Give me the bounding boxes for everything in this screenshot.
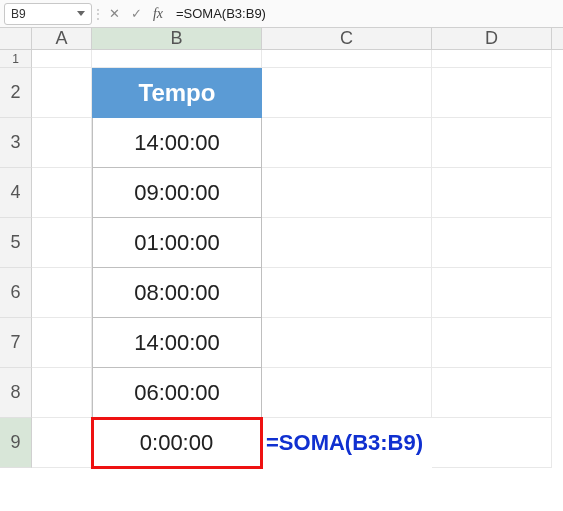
formula-annotation: =SOMA(B3:B9) <box>262 418 432 468</box>
cell-A6[interactable] <box>32 268 92 318</box>
cell-B2[interactable]: Tempo <box>92 68 262 118</box>
row-9: 9 0:00:00 =SOMA(B3:B9) <box>0 418 563 468</box>
cell-A9[interactable] <box>32 418 92 468</box>
row-6: 6 08:00:00 <box>0 268 563 318</box>
cell-A8[interactable] <box>32 368 92 418</box>
cell-D6[interactable] <box>432 268 552 318</box>
cell-C3[interactable] <box>262 118 432 168</box>
row-header-8[interactable]: 8 <box>0 368 32 418</box>
name-box-value: B9 <box>11 7 26 21</box>
rows: 1 2 Tempo 3 14:00:00 4 09:00:00 <box>0 50 563 468</box>
row-header-2[interactable]: 2 <box>0 68 32 118</box>
cell-D4[interactable] <box>432 168 552 218</box>
cell-B5[interactable]: 01:00:00 <box>92 218 262 268</box>
formula-bar-buttons: ✕ ✓ fx <box>104 4 168 24</box>
cell-B1[interactable] <box>92 50 262 68</box>
cell-D1[interactable] <box>432 50 552 68</box>
cell-C7[interactable] <box>262 318 432 368</box>
cell-B6[interactable]: 08:00:00 <box>92 268 262 318</box>
cell-C1[interactable] <box>262 50 432 68</box>
cell-D5[interactable] <box>432 218 552 268</box>
row-1: 1 <box>0 50 563 68</box>
separator: ⋮ <box>96 5 100 23</box>
cell-B7[interactable]: 14:00:00 <box>92 318 262 368</box>
row-header-9[interactable]: 9 <box>0 418 32 468</box>
cell-B3[interactable]: 14:00:00 <box>92 118 262 168</box>
cell-C5[interactable] <box>262 218 432 268</box>
cell-A2[interactable] <box>32 68 92 118</box>
cancel-icon[interactable]: ✕ <box>104 4 124 24</box>
column-header-B[interactable]: B <box>92 28 262 49</box>
cell-A1[interactable] <box>32 50 92 68</box>
name-box[interactable]: B9 <box>4 3 92 25</box>
row-8: 8 06:00:00 <box>0 368 563 418</box>
row-header-7[interactable]: 7 <box>0 318 32 368</box>
select-all-corner[interactable] <box>0 28 32 49</box>
cell-D3[interactable] <box>432 118 552 168</box>
row-5: 5 01:00:00 <box>0 218 563 268</box>
row-header-1[interactable]: 1 <box>0 50 32 68</box>
column-headers: A B C D <box>0 28 563 50</box>
cell-C6[interactable] <box>262 268 432 318</box>
cell-C8[interactable] <box>262 368 432 418</box>
row-2: 2 Tempo <box>0 68 563 118</box>
column-header-A[interactable]: A <box>32 28 92 49</box>
formula-input[interactable]: =SOMA(B3:B9) <box>172 3 559 25</box>
cell-B8[interactable]: 06:00:00 <box>92 368 262 418</box>
row-header-3[interactable]: 3 <box>0 118 32 168</box>
cell-B9[interactable]: 0:00:00 <box>92 418 262 468</box>
row-3: 3 14:00:00 <box>0 118 563 168</box>
cell-C2[interactable] <box>262 68 432 118</box>
cell-D9[interactable] <box>432 418 552 468</box>
cell-D8[interactable] <box>432 368 552 418</box>
row-header-6[interactable]: 6 <box>0 268 32 318</box>
cell-A5[interactable] <box>32 218 92 268</box>
cell-D7[interactable] <box>432 318 552 368</box>
cell-A4[interactable] <box>32 168 92 218</box>
cell-A3[interactable] <box>32 118 92 168</box>
column-header-C[interactable]: C <box>262 28 432 49</box>
row-header-4[interactable]: 4 <box>0 168 32 218</box>
chevron-down-icon <box>77 11 85 16</box>
row-header-5[interactable]: 5 <box>0 218 32 268</box>
formula-bar: B9 ⋮ ✕ ✓ fx =SOMA(B3:B9) <box>0 0 563 28</box>
spreadsheet-grid: A B C D 1 2 Tempo 3 14:00:00 4 <box>0 28 563 468</box>
cell-A7[interactable] <box>32 318 92 368</box>
cell-C4[interactable] <box>262 168 432 218</box>
fx-icon[interactable]: fx <box>148 4 168 24</box>
cell-B4[interactable]: 09:00:00 <box>92 168 262 218</box>
row-7: 7 14:00:00 <box>0 318 563 368</box>
cell-D2[interactable] <box>432 68 552 118</box>
row-4: 4 09:00:00 <box>0 168 563 218</box>
column-header-D[interactable]: D <box>432 28 552 49</box>
accept-icon[interactable]: ✓ <box>126 4 146 24</box>
